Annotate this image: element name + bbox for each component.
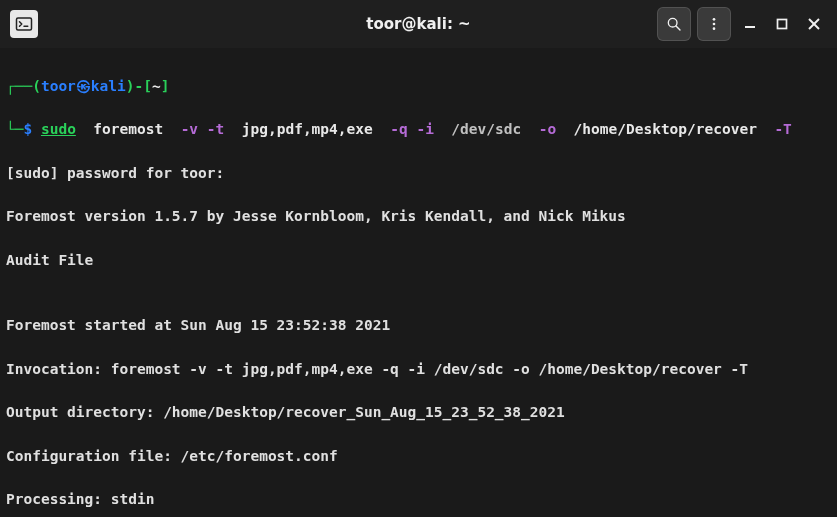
cmd-output-dir: /home/Desktop/recover bbox=[574, 121, 757, 137]
search-button[interactable] bbox=[657, 7, 691, 41]
cmd-types: jpg,pdf,mp4,exe bbox=[242, 121, 373, 137]
terminal-body[interactable]: ┌──(toor㉿kali)-[~] └─$ sudo foremost -v … bbox=[0, 48, 837, 517]
output-audit: Audit File bbox=[6, 250, 833, 272]
cmd-input-dev: /dev/sdc bbox=[451, 121, 521, 137]
terminal-icon bbox=[15, 15, 33, 33]
prompt-host: kali bbox=[91, 78, 126, 94]
svg-line-3 bbox=[676, 26, 680, 30]
prompt-user: toor bbox=[41, 78, 76, 94]
maximize-icon bbox=[776, 18, 788, 30]
cmd-flag-v: -v bbox=[181, 121, 198, 137]
kebab-menu-icon bbox=[706, 16, 722, 32]
titlebar-controls bbox=[657, 7, 827, 41]
cmd-flag-T: -T bbox=[774, 121, 791, 137]
svg-rect-0 bbox=[17, 18, 32, 30]
cmd-flag-i: -i bbox=[416, 121, 433, 137]
app-icon bbox=[10, 10, 38, 38]
svg-point-4 bbox=[713, 18, 716, 21]
menu-button[interactable] bbox=[697, 7, 731, 41]
output-invocation: Invocation: foremost -v -t jpg,pdf,mp4,e… bbox=[6, 359, 833, 381]
output-processing: Processing: stdin bbox=[6, 489, 833, 511]
svg-point-6 bbox=[713, 27, 716, 30]
output-version: Foremost version 1.5.7 by Jesse Kornbloo… bbox=[6, 206, 833, 228]
window-title: toor@kali: ~ bbox=[366, 15, 470, 33]
svg-rect-8 bbox=[778, 20, 787, 29]
cmd-flag-t: -t bbox=[207, 121, 224, 137]
prompt-line-1: ┌──(toor㉿kali)-[~] bbox=[6, 76, 833, 98]
cmd-flag-o: -o bbox=[539, 121, 556, 137]
window-titlebar: toor@kali: ~ bbox=[0, 0, 837, 48]
minimize-icon bbox=[744, 18, 756, 30]
close-button[interactable] bbox=[801, 11, 827, 37]
output-config: Configuration file: /etc/foremost.conf bbox=[6, 446, 833, 468]
maximize-button[interactable] bbox=[769, 11, 795, 37]
output-outdir: Output directory: /home/Desktop/recover_… bbox=[6, 402, 833, 424]
prompt-symbol: $ bbox=[23, 121, 32, 137]
output-started: Foremost started at Sun Aug 15 23:52:38 … bbox=[6, 315, 833, 337]
output-sudo-prompt: [sudo] password for toor: bbox=[6, 163, 833, 185]
minimize-button[interactable] bbox=[737, 11, 763, 37]
cmd-program: foremost bbox=[93, 121, 163, 137]
prompt-path: ~ bbox=[152, 78, 161, 94]
prompt-line-2: └─$ sudo foremost -v -t jpg,pdf,mp4,exe … bbox=[6, 119, 833, 141]
svg-point-5 bbox=[713, 23, 716, 26]
search-icon bbox=[666, 16, 682, 32]
close-icon bbox=[808, 18, 820, 30]
cmd-flag-q: -q bbox=[390, 121, 407, 137]
cmd-sudo: sudo bbox=[41, 121, 76, 137]
